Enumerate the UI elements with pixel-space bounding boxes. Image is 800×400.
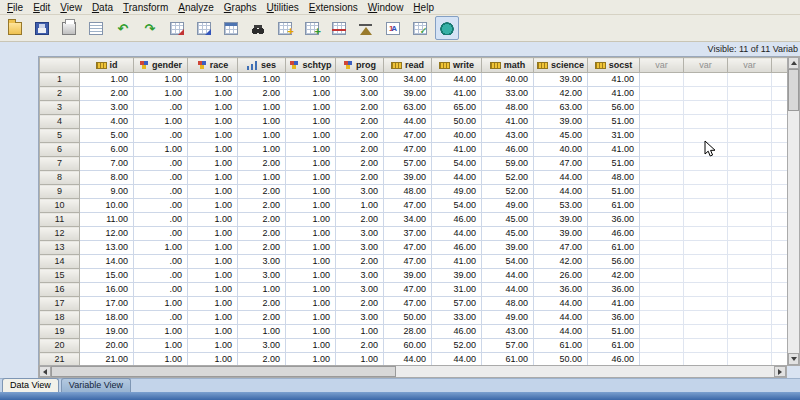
cell-id-21[interactable]: 21.00 [80,353,134,367]
cell-gender-1[interactable]: 1.00 [134,73,188,87]
cell-math-4[interactable]: 41.00 [482,115,534,129]
cell-socst-14[interactable]: 56.00 [588,255,640,269]
cell-math-17[interactable]: 48.00 [482,297,534,311]
cell-var3-8[interactable] [728,171,772,185]
cell-read-17[interactable]: 47.00 [384,297,432,311]
cell-var3-7[interactable] [728,157,772,171]
cell-prog-19[interactable]: 1.00 [336,325,384,339]
row-header-11[interactable]: 11 [40,213,80,227]
cell-var1-19[interactable] [640,325,684,339]
cell-ses-18[interactable]: 2.00 [238,311,286,325]
cell-science-9[interactable]: 44.00 [534,185,588,199]
cell-socst-17[interactable]: 41.00 [588,297,640,311]
column-header-var-3[interactable]: var [728,58,772,73]
cell-race-20[interactable]: 1.00 [188,339,238,353]
cell-var2-18[interactable] [684,311,728,325]
cell-write-19[interactable]: 46.00 [432,325,482,339]
cell-socst-15[interactable]: 42.00 [588,269,640,283]
cell-socst-7[interactable]: 51.00 [588,157,640,171]
row-header-20[interactable]: 20 [40,339,80,353]
row-header-18[interactable]: 18 [40,311,80,325]
cell-math-9[interactable]: 52.00 [482,185,534,199]
cell-prog-17[interactable]: 2.00 [336,297,384,311]
cell-id-20[interactable]: 20.00 [80,339,134,353]
cell-var4-8[interactable] [772,171,788,185]
cell-gender-2[interactable]: 1.00 [134,87,188,101]
cell-var2-8[interactable] [684,171,728,185]
cell-var1-13[interactable] [640,241,684,255]
cell-prog-13[interactable]: 3.00 [336,241,384,255]
cell-science-16[interactable]: 36.00 [534,283,588,297]
cell-science-8[interactable]: 44.00 [534,171,588,185]
cell-write-3[interactable]: 65.00 [432,101,482,115]
cell-science-19[interactable]: 44.00 [534,325,588,339]
cell-id-13[interactable]: 13.00 [80,241,134,255]
cell-ses-14[interactable]: 3.00 [238,255,286,269]
cell-read-16[interactable]: 47.00 [384,283,432,297]
cell-var1-16[interactable] [640,283,684,297]
cell-var4-12[interactable] [772,227,788,241]
row-header-1[interactable]: 1 [40,73,80,87]
cell-write-5[interactable]: 40.00 [432,129,482,143]
cell-prog-18[interactable]: 3.00 [336,311,384,325]
column-header-science[interactable]: science [534,58,588,73]
cell-write-14[interactable]: 41.00 [432,255,482,269]
cell-read-20[interactable]: 60.00 [384,339,432,353]
cell-write-8[interactable]: 44.00 [432,171,482,185]
cell-var2-12[interactable] [684,227,728,241]
cell-var4-6[interactable] [772,143,788,157]
column-header-schtyp[interactable]: schtyp [286,58,336,73]
value-labels-button[interactable] [381,16,405,40]
cell-id-19[interactable]: 19.00 [80,325,134,339]
cell-var3-9[interactable] [728,185,772,199]
cell-write-21[interactable]: 44.00 [432,353,482,367]
cell-var3-20[interactable] [728,339,772,353]
cell-var2-7[interactable] [684,157,728,171]
cell-math-12[interactable]: 45.00 [482,227,534,241]
cell-var2-10[interactable] [684,199,728,213]
cell-var1-10[interactable] [640,199,684,213]
cell-ses-20[interactable]: 3.00 [238,339,286,353]
cell-math-3[interactable]: 48.00 [482,101,534,115]
cell-id-18[interactable]: 18.00 [80,311,134,325]
cell-var4-13[interactable] [772,241,788,255]
cell-socst-12[interactable]: 46.00 [588,227,640,241]
cell-var2-9[interactable] [684,185,728,199]
cell-var4-11[interactable] [772,213,788,227]
cell-race-16[interactable]: 1.00 [188,283,238,297]
cell-schtyp-13[interactable]: 1.00 [286,241,336,255]
cell-race-1[interactable]: 1.00 [188,73,238,87]
cell-prog-1[interactable]: 3.00 [336,73,384,87]
cell-ses-10[interactable]: 2.00 [238,199,286,213]
cell-race-18[interactable]: 1.00 [188,311,238,325]
cell-var4-3[interactable] [772,101,788,115]
cell-var4-17[interactable] [772,297,788,311]
cell-var1-12[interactable] [640,227,684,241]
cell-write-7[interactable]: 54.00 [432,157,482,171]
cell-read-9[interactable]: 48.00 [384,185,432,199]
cell-race-8[interactable]: 1.00 [188,171,238,185]
cell-schtyp-14[interactable]: 1.00 [286,255,336,269]
cell-socst-11[interactable]: 36.00 [588,213,640,227]
column-header-gender[interactable]: gender [134,58,188,73]
cell-math-19[interactable]: 43.00 [482,325,534,339]
cell-math-5[interactable]: 43.00 [482,129,534,143]
insert-cases-button[interactable] [273,16,297,40]
cell-read-11[interactable]: 34.00 [384,213,432,227]
row-header-15[interactable]: 15 [40,269,80,283]
cell-write-11[interactable]: 46.00 [432,213,482,227]
split-file-button[interactable] [327,16,351,40]
cell-race-10[interactable]: 1.00 [188,199,238,213]
cell-ses-15[interactable]: 3.00 [238,269,286,283]
cell-var4-2[interactable] [772,87,788,101]
cell-science-14[interactable]: 42.00 [534,255,588,269]
cell-var3-17[interactable] [728,297,772,311]
row-header-16[interactable]: 16 [40,283,80,297]
recall-dialogs-button[interactable] [84,16,108,40]
menu-file[interactable]: File [2,1,28,14]
cell-math-7[interactable]: 59.00 [482,157,534,171]
cell-var1-8[interactable] [640,171,684,185]
column-header-var-1[interactable]: var [640,58,684,73]
cell-race-14[interactable]: 1.00 [188,255,238,269]
cell-gender-17[interactable]: 1.00 [134,297,188,311]
